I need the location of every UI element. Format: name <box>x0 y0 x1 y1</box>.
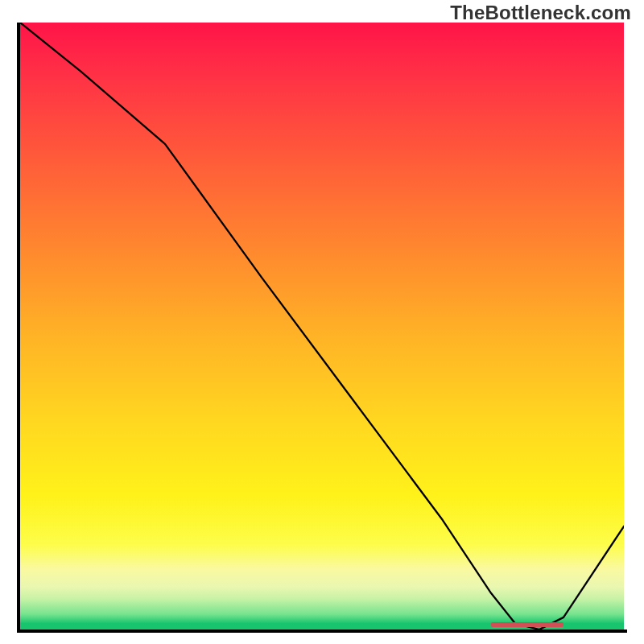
watermark-text: TheBottleneck.com <box>450 2 631 24</box>
bottleneck-curve <box>20 23 624 630</box>
x-axis-line <box>17 630 627 633</box>
optimal-range-marker <box>491 622 564 627</box>
plot-frame <box>17 23 627 633</box>
chart-page: TheBottleneck.com <box>0 0 644 644</box>
curve-path <box>20 23 624 630</box>
y-axis-line <box>17 23 20 633</box>
plot-area <box>20 23 624 630</box>
